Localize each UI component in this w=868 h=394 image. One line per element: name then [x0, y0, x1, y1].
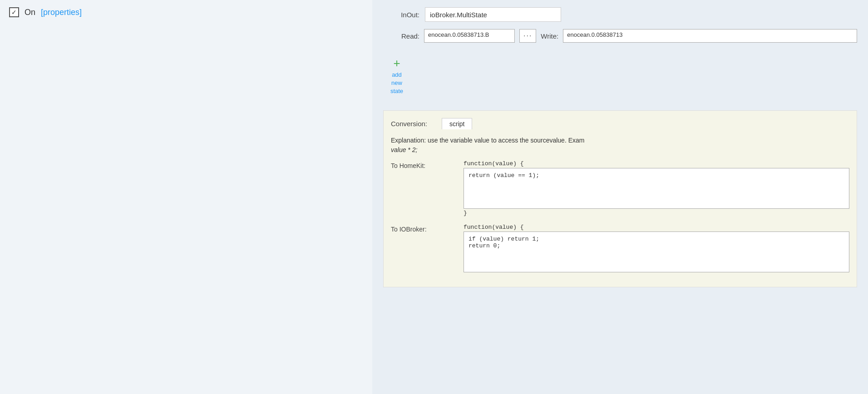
add-new-state-button[interactable]: + add new state: [383, 57, 410, 96]
write-label: Write:: [541, 32, 558, 40]
on-label: On: [25, 8, 35, 17]
to-iobroker-block: To IOBroker: function(value) { if (value…: [391, 224, 849, 272]
inout-row: InOut: ioBroker.MultiState: [383, 7, 857, 22]
add-state-text: add new state: [390, 71, 403, 96]
to-homekit-label: To HomeKit:: [391, 160, 454, 169]
conversion-header-row: Conversion: script: [391, 118, 849, 129]
properties-link[interactable]: [properties]: [41, 8, 82, 17]
add-state-section: + add new state: [383, 52, 857, 101]
checkmark-icon: ✓: [11, 9, 17, 16]
conversion-section: Conversion: script Explanation: use the …: [383, 110, 857, 287]
dots-button[interactable]: ···: [519, 29, 536, 43]
homekit-code-editor[interactable]: return (value == 1);: [464, 168, 849, 209]
on-checkbox[interactable]: ✓: [9, 7, 19, 17]
left-panel: ✓ On [properties]: [0, 0, 372, 394]
homekit-function-footer: }: [464, 210, 849, 217]
inout-label: InOut:: [383, 11, 419, 19]
inout-value[interactable]: ioBroker.MultiState: [425, 7, 561, 22]
plus-icon: +: [393, 57, 400, 69]
conversion-label: Conversion:: [391, 120, 436, 128]
right-panel: InOut: ioBroker.MultiState Read: enocean…: [372, 0, 868, 394]
to-homekit-block: To HomeKit: function(value) { return (va…: [391, 160, 849, 217]
write-input[interactable]: enocean.0.05838713: [563, 29, 857, 43]
iobroker-function-header: function(value) {: [464, 224, 849, 231]
to-homekit-code-section: function(value) { return (value == 1); }: [464, 160, 849, 217]
read-input[interactable]: enocean.0.05838713.B: [424, 29, 515, 43]
homekit-function-header: function(value) {: [464, 160, 849, 167]
to-iobroker-label: To IOBroker:: [391, 224, 454, 233]
iobroker-code-editor[interactable]: if (value) return 1; return 0;: [464, 231, 849, 272]
to-iobroker-code-section: function(value) { if (value) return 1; r…: [464, 224, 849, 272]
explanation-text: Explanation: use the variable value to a…: [391, 136, 849, 155]
script-tab[interactable]: script: [442, 118, 472, 129]
left-header: ✓ On [properties]: [9, 7, 363, 17]
read-label: Read:: [383, 32, 419, 40]
read-write-row: Read: enocean.0.05838713.B ··· Write: en…: [383, 29, 857, 43]
